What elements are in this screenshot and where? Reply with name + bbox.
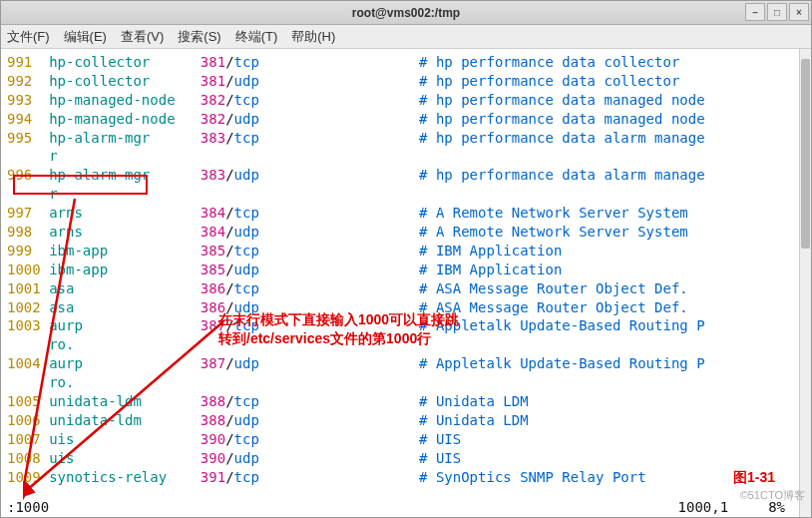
line-number: 1007 <box>7 430 41 449</box>
protocol: tcp <box>234 393 259 409</box>
scrollbar[interactable] <box>799 49 811 517</box>
vim-cursor-pos: 1000,1 <box>678 499 729 517</box>
menu-help[interactable]: 帮助(H) <box>291 28 335 46</box>
port-number: 391 <box>201 469 225 485</box>
comment: UIS <box>436 450 461 466</box>
slash: / <box>225 412 233 428</box>
slash: / <box>225 224 233 240</box>
maximize-button[interactable]: □ <box>767 3 787 21</box>
slash: / <box>225 130 233 146</box>
slash: / <box>225 73 233 89</box>
service-name: arns <box>49 224 184 240</box>
service-name: hp-managed-node <box>49 92 184 108</box>
slash: / <box>225 393 233 409</box>
menu-bar: 文件(F) 编辑(E) 查看(V) 搜索(S) 终端(T) 帮助(H) <box>1 25 811 49</box>
minimize-button[interactable]: – <box>745 3 765 21</box>
slash: / <box>225 355 233 371</box>
vim-status-line: :1000 1000,1 8% <box>7 499 805 517</box>
line-number: 1009 <box>7 468 41 487</box>
port-number: 390 <box>201 431 225 447</box>
service-name: hp-collector <box>49 54 184 70</box>
port-number: 388 <box>201 412 225 428</box>
comment: Appletalk Update-Based Routing P <box>436 355 705 371</box>
slash: / <box>225 243 233 259</box>
file-line: 991 hp-collector 381/tcp # hp performanc… <box>7 53 805 72</box>
port-number: 386 <box>201 280 225 296</box>
hash: # <box>419 412 436 428</box>
port-number: 383 <box>201 167 225 183</box>
line-number: 1008 <box>7 449 41 468</box>
comment: IBM Application <box>436 261 562 277</box>
line-number: 1006 <box>7 411 41 430</box>
file-line: 1000 ibm-app 385/udp # IBM Application <box>7 260 805 279</box>
vim-command: :1000 <box>7 499 49 517</box>
port-number: 385 <box>201 243 225 259</box>
menu-view[interactable]: 查看(V) <box>121 28 164 46</box>
service-name: hp-alarm-mgr <box>49 130 184 146</box>
port-number: 381 <box>201 73 225 89</box>
line-number: 1001 <box>7 279 41 298</box>
file-line: r <box>7 185 805 204</box>
port-number: 388 <box>201 393 225 409</box>
protocol: udp <box>234 261 259 277</box>
protocol: udp <box>234 111 259 127</box>
line-number <box>7 185 41 204</box>
protocol: tcp <box>234 92 259 108</box>
line-number <box>7 335 41 354</box>
menu-file[interactable]: 文件(F) <box>7 28 50 46</box>
protocol: udp <box>234 224 259 240</box>
comment: hp performance data collector <box>436 54 679 70</box>
hash: # <box>419 393 436 409</box>
line-number: 1004 <box>7 354 41 373</box>
protocol: udp <box>234 412 259 428</box>
slash: / <box>225 431 233 447</box>
service-name: ro. <box>49 336 74 352</box>
hash: # <box>419 243 436 259</box>
menu-edit[interactable]: 编辑(E) <box>64 28 107 46</box>
hash: # <box>419 431 436 447</box>
close-button[interactable]: × <box>789 3 809 21</box>
comment: ASA Message Router Object Def. <box>436 299 688 315</box>
slash: / <box>225 167 233 183</box>
line-number: 995 <box>7 129 41 148</box>
slash: / <box>225 261 233 277</box>
port-number: 385 <box>201 261 225 277</box>
protocol: udp <box>234 73 259 89</box>
comment: hp performance data managed node <box>436 92 705 108</box>
protocol: udp <box>234 167 259 183</box>
line-number: 1003 <box>7 316 41 335</box>
service-name: ibm-app <box>49 261 184 277</box>
port-number: 384 <box>201 224 225 240</box>
menu-terminal[interactable]: 终端(T) <box>235 28 278 46</box>
hash: # <box>419 130 436 146</box>
vim-percent: 8% <box>768 499 785 517</box>
file-line: 994 hp-managed-node 382/udp # hp perform… <box>7 110 805 129</box>
service-name: asa <box>49 299 184 315</box>
service-name: r <box>49 148 57 164</box>
protocol: tcp <box>234 280 259 296</box>
service-name: aurp <box>49 355 184 371</box>
line-number: 997 <box>7 204 41 223</box>
protocol: tcp <box>234 469 259 485</box>
service-name: hp-collector <box>49 73 184 89</box>
comment: hp performance data alarm manage <box>436 130 705 146</box>
port-number: 384 <box>201 205 225 221</box>
hash: # <box>419 469 436 485</box>
annotation-note: 在末行模式下直接输入1000可以直接跳 转到/etc/services文件的第1… <box>218 310 459 348</box>
file-line: 1007 uis 390/tcp # UIS <box>7 430 805 449</box>
port-number: 382 <box>201 111 225 127</box>
protocol: udp <box>234 450 259 466</box>
service-name: ibm-app <box>49 243 184 259</box>
comment: ASA Message Router Object Def. <box>436 280 688 296</box>
scrollbar-thumb[interactable] <box>801 59 810 249</box>
hash: # <box>419 261 436 277</box>
service-name: hp-alarm-mgr <box>49 167 184 183</box>
menu-search[interactable]: 搜索(S) <box>178 28 220 46</box>
terminal-content[interactable]: 991 hp-collector 381/tcp # hp performanc… <box>1 49 811 517</box>
slash: / <box>225 205 233 221</box>
file-line: 999 ibm-app 385/tcp # IBM Application <box>7 242 805 260</box>
file-line: 992 hp-collector 381/udp # hp performanc… <box>7 72 805 91</box>
comment: IBM Application <box>436 243 562 259</box>
hash: # <box>419 450 436 466</box>
service-name: uis <box>49 450 184 466</box>
